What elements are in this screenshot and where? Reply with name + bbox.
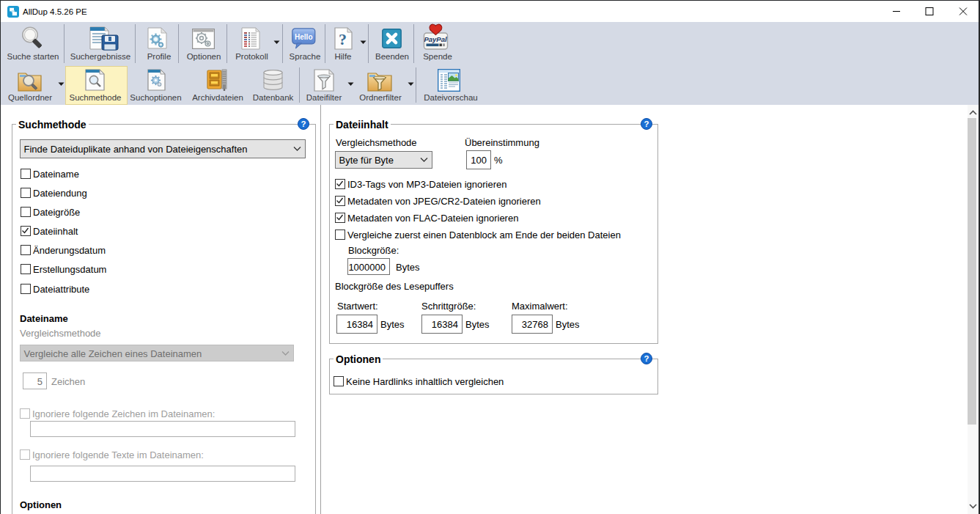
svg-text:?: ? [301, 120, 306, 128]
svg-text:?: ? [339, 30, 347, 48]
svg-text:PayPal: PayPal [424, 35, 447, 43]
svg-text:?: ? [644, 120, 649, 128]
svg-text:?: ? [644, 354, 649, 363]
svg-text:Hello: Hello [295, 33, 312, 41]
